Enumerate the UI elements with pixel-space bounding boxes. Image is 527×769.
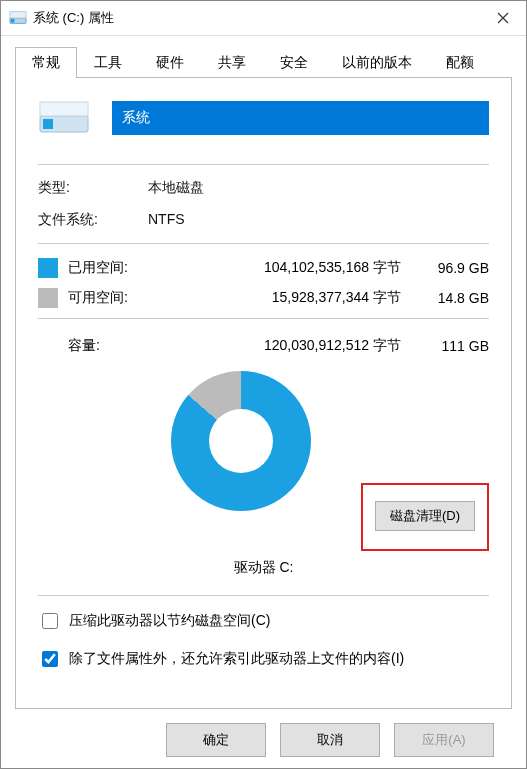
- tab-body-general: 类型: 本地磁盘 文件系统: NTFS 已用空间: 104,102,535,16…: [15, 78, 512, 709]
- free-bytes: 15,928,377,344 字节: [163, 289, 419, 307]
- cancel-button[interactable]: 取消: [280, 723, 380, 757]
- divider: [38, 164, 489, 165]
- divider: [38, 318, 489, 319]
- capacity-row: 容量: 120,030,912,512 字节 111 GB: [38, 337, 489, 355]
- svg-rect-5: [43, 119, 53, 129]
- window-title: 系统 (C:) 属性: [33, 9, 480, 27]
- free-gb: 14.8 GB: [419, 290, 489, 306]
- type-value: 本地磁盘: [148, 179, 204, 197]
- usage-donut-chart: [171, 371, 311, 511]
- drive-icon: [9, 9, 27, 27]
- used-gb: 96.9 GB: [419, 260, 489, 276]
- tab-strip: 常规 工具 硬件 共享 安全 以前的版本 配额: [15, 46, 512, 78]
- index-label: 除了文件属性外，还允许索引此驱动器上文件的内容(I): [69, 650, 404, 668]
- close-icon: [497, 12, 509, 24]
- used-label: 已用空间:: [68, 259, 163, 277]
- svg-rect-1: [10, 12, 26, 18]
- index-checkbox-row[interactable]: 除了文件属性外，还允许索引此驱动器上文件的内容(I): [38, 648, 489, 670]
- tab-sharing[interactable]: 共享: [201, 47, 263, 78]
- divider: [38, 595, 489, 596]
- content-area: 常规 工具 硬件 共享 安全 以前的版本 配额 类型: 本地磁盘 文件系统:: [1, 36, 526, 769]
- disk-cleanup-highlight: 磁盘清理(D): [361, 483, 489, 551]
- svg-rect-2: [11, 19, 15, 23]
- tab-tools[interactable]: 工具: [77, 47, 139, 78]
- tab-security[interactable]: 安全: [263, 47, 325, 78]
- type-label: 类型:: [38, 179, 148, 197]
- filesystem-value: NTFS: [148, 211, 185, 229]
- divider: [38, 243, 489, 244]
- capacity-label: 容量:: [38, 337, 163, 355]
- properties-window: 系统 (C:) 属性 常规 工具 硬件 共享 安全 以前的版本 配额 类型:: [0, 0, 527, 769]
- apply-button[interactable]: 应用(A): [394, 723, 494, 757]
- used-swatch: [38, 258, 58, 278]
- drive-large-icon: [38, 98, 90, 138]
- tab-general[interactable]: 常规: [15, 47, 77, 78]
- tab-previous-versions[interactable]: 以前的版本: [325, 47, 429, 78]
- compress-checkbox-row[interactable]: 压缩此驱动器以节约磁盘空间(C): [38, 610, 489, 632]
- capacity-bytes: 120,030,912,512 字节: [163, 337, 419, 355]
- disk-cleanup-button[interactable]: 磁盘清理(D): [375, 501, 475, 531]
- used-space-row: 已用空间: 104,102,535,168 字节 96.9 GB: [38, 258, 489, 278]
- chart-drive-label: 驱动器 C:: [234, 559, 294, 577]
- tab-quota[interactable]: 配额: [429, 47, 491, 78]
- compress-checkbox[interactable]: [42, 613, 58, 629]
- capacity-gb: 111 GB: [419, 338, 489, 354]
- free-space-row: 可用空间: 15,928,377,344 字节 14.8 GB: [38, 288, 489, 308]
- dialog-footer: 确定 取消 应用(A): [15, 709, 512, 769]
- free-swatch: [38, 288, 58, 308]
- filesystem-label: 文件系统:: [38, 211, 148, 229]
- used-bytes: 104,102,535,168 字节: [163, 259, 419, 277]
- tab-hardware[interactable]: 硬件: [139, 47, 201, 78]
- free-label: 可用空间:: [68, 289, 163, 307]
- svg-rect-4: [40, 102, 88, 116]
- close-button[interactable]: [480, 1, 526, 35]
- index-checkbox[interactable]: [42, 651, 58, 667]
- drive-name-input[interactable]: [112, 101, 489, 135]
- compress-label: 压缩此驱动器以节约磁盘空间(C): [69, 612, 270, 630]
- title-bar: 系统 (C:) 属性: [1, 1, 526, 36]
- ok-button[interactable]: 确定: [166, 723, 266, 757]
- pie-chart-area: 驱动器 C: 磁盘清理(D): [38, 371, 489, 551]
